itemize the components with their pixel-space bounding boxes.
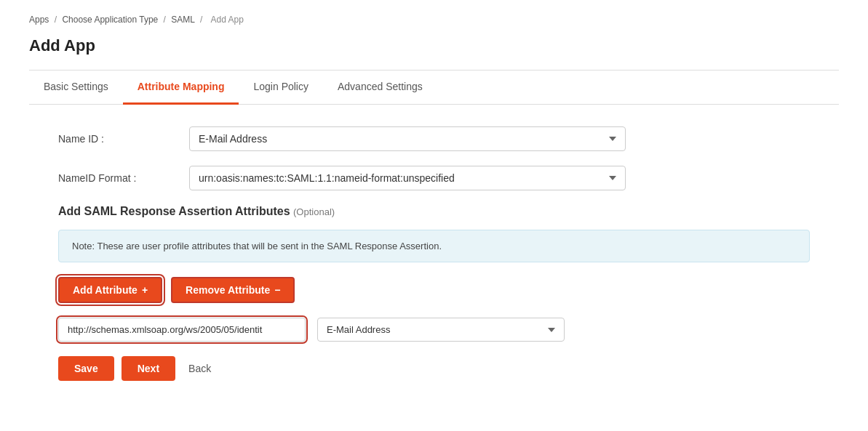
breadcrumb-sep3: / [200,15,202,25]
breadcrumb: Apps / Choose Application Type / SAML / … [29,15,839,25]
tab-login-policy[interactable]: Login Policy [239,71,323,105]
note-box: Note: These are user profile attributes … [58,230,810,262]
name-id-label: Name ID : [58,133,189,145]
attribute-buttons-row: Add Attribute + Remove Attribute − [58,277,810,303]
name-id-row: Name ID : E-Mail Address Username Phone [58,126,810,151]
page-title: Add App [29,36,839,55]
breadcrumb-sep2: / [164,15,166,25]
tab-basic-settings[interactable]: Basic Settings [29,71,123,105]
back-button[interactable]: Back [183,356,217,381]
breadcrumb-sep1: / [55,15,57,25]
breadcrumb-add-app: Add App [211,15,244,25]
add-icon: + [142,284,148,296]
tab-attribute-mapping[interactable]: Attribute Mapping [123,71,239,105]
next-button[interactable]: Next [122,356,175,381]
add-attribute-button[interactable]: Add Attribute + [58,277,162,303]
tab-advanced-settings[interactable]: Advanced Settings [323,71,437,105]
breadcrumb-apps[interactable]: Apps [29,15,49,25]
remove-attribute-label: Remove Attribute [186,284,270,296]
attribute-row: E-Mail Address Username Phone [58,318,810,342]
nameid-format-label: NameID Format : [58,172,189,184]
attribute-input[interactable] [58,318,306,342]
nameid-format-select[interactable]: urn:oasis:names:tc:SAML:1.1:nameid-forma… [189,166,626,190]
attribute-value-select[interactable]: E-Mail Address Username Phone [317,318,565,342]
footer-buttons: Save Next Back [58,356,810,381]
assertion-section-title: Add SAML Response Assertion Attributes (… [58,205,810,218]
breadcrumb-saml[interactable]: SAML [171,15,194,25]
breadcrumb-app-type[interactable]: Choose Application Type [62,15,158,25]
add-attribute-label: Add Attribute [73,284,138,296]
name-id-select[interactable]: E-Mail Address Username Phone [189,126,626,151]
form-section: Name ID : E-Mail Address Username Phone … [29,126,839,381]
save-button[interactable]: Save [58,356,114,381]
remove-attribute-button[interactable]: Remove Attribute − [171,277,295,303]
tab-bar: Basic Settings Attribute Mapping Login P… [29,71,839,105]
nameid-format-row: NameID Format : urn:oasis:names:tc:SAML:… [58,166,810,190]
remove-icon: − [274,284,280,296]
